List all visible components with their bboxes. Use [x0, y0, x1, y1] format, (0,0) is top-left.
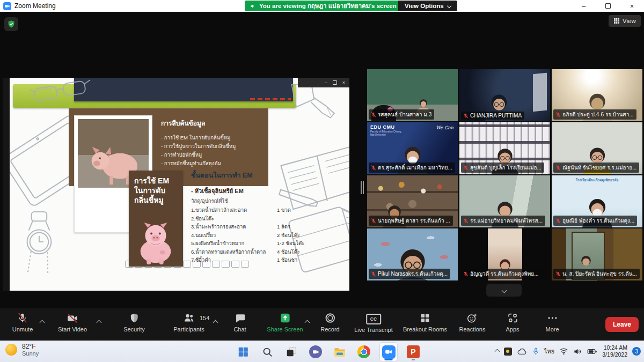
material-row: 1.ขวดน้ำปล่าวล้างสะอาด1 ขวด: [191, 206, 308, 215]
panel-resize-handle[interactable]: [361, 181, 364, 194]
close-button[interactable]: ×: [620, 0, 644, 12]
participant-nametag: Pikul Narasakร.ร.ต้นแก้วผดุ...: [369, 269, 450, 279]
participants-options-caret[interactable]: [214, 317, 217, 327]
participant-tile[interactable]: สุขสันต์ บุญเล็ก โรงเรียนแม่อ...: [459, 122, 550, 174]
apps-icon: [507, 312, 518, 324]
school-logo-text: โรงเรียนต้นแก้วผดุงพิทยาลัย: [552, 178, 642, 183]
share-screen-icon: [279, 312, 291, 324]
shared-window-controls: – ×: [298, 78, 349, 87]
camera-app-tray-icon[interactable]: [504, 348, 512, 356]
more-dots-icon: [546, 312, 558, 324]
em-card-line: กลิ่นขี้หมู: [134, 195, 179, 205]
muted-mic-icon: [555, 218, 561, 224]
reactions-button[interactable]: Reactions: [459, 312, 486, 333]
participant-tile[interactable]: อัญญวดี รร.ต้นแก้วผดุงพิทย...: [459, 228, 550, 280]
system-tray: ไทย 10:24 AM 3/19/2022 3: [495, 341, 641, 362]
search-icon: [262, 346, 273, 358]
minimize-button[interactable]: –: [572, 0, 596, 12]
participant-tile[interactable]: รร.แม่อายวิทยาคม/พิมพ์ไพรส...: [459, 175, 550, 227]
teams-chat-button[interactable]: [307, 343, 324, 361]
participant-nametag: สุขสันต์ บุญเล็ก โรงเรียนแม่อ...: [461, 162, 544, 173]
search-button[interactable]: [259, 343, 276, 361]
screen-share-banner-text: You are viewing กฤษฎา แม่อายวิทยาคม's sc…: [259, 1, 397, 11]
meeting-info-shield-button[interactable]: [4, 17, 18, 31]
microphone-tray-icon[interactable]: [532, 347, 539, 356]
taskbar-app-icons: P: [235, 342, 422, 361]
onedrive-icon[interactable]: [517, 347, 528, 356]
unmute-options-caret[interactable]: [40, 317, 44, 327]
security-button[interactable]: Security: [123, 312, 145, 333]
battery-icon[interactable]: [587, 348, 597, 355]
breakout-rooms-icon: [419, 312, 431, 324]
shared-window-edge: [3, 78, 10, 291]
em-card-line: ในการดับ: [134, 186, 179, 195]
participant-name: ณัฐนันท์ จันไชยยศ ร.ร.แม่อาย...: [562, 164, 636, 172]
participant-tile[interactable]: CHANJIRA PUTTIMA: [459, 69, 550, 121]
search-card-text: การสืบค้นข้อมูล - การใช้ EM ในการดับกลิ่…: [161, 118, 264, 168]
powerpoint-button[interactable]: P: [405, 343, 422, 361]
participant-name: อุษณีย์ ฟ่องคำ รร.ต้นแก้วผดุง...: [562, 217, 634, 225]
start-button[interactable]: [235, 343, 252, 361]
taskbar-clock[interactable]: 10:24 AM 3/19/2022: [602, 344, 627, 358]
participant-nametag: ณัฐนันท์ จันไชยยศ ร.ร.แม่อาย...: [553, 162, 639, 173]
chevron-down-icon: [501, 287, 507, 293]
participant-tile[interactable]: นายฤพสิษฐ์ ตาสา รร.ต้นแก้ว ...: [367, 175, 458, 227]
mic-muted-icon: [17, 312, 28, 324]
weather-condition: Sunny: [22, 350, 39, 357]
tray-expand-chevron[interactable]: [495, 350, 499, 353]
view-options-button[interactable]: View Options: [398, 1, 457, 11]
chat-button[interactable]: Chat: [233, 312, 246, 333]
start-video-button[interactable]: Start Video: [58, 312, 87, 333]
more-button[interactable]: More: [545, 312, 559, 333]
apps-button[interactable]: Apps: [506, 312, 519, 333]
muted-mic-icon: [371, 112, 376, 117]
restore-button[interactable]: [596, 0, 620, 12]
record-button[interactable]: Record: [320, 312, 339, 333]
view-button-label: View: [623, 18, 636, 24]
whiteboard-background: [533, 73, 547, 112]
participant-name: Pikul Narasakร.ร.ต้นแก้วผดุ...: [378, 270, 448, 278]
weather-widget[interactable]: 82°F Sunny: [5, 343, 39, 357]
view-options-label: View Options: [405, 3, 444, 9]
window-titlebar: Zoom Meeting You are viewing กฤษฎา แม่อา…: [0, 0, 644, 12]
muted-mic-icon: [555, 271, 561, 277]
share-options-caret[interactable]: [305, 317, 309, 327]
window-title: Zoom Meeting: [14, 2, 56, 10]
participant-name: รร.แม่อายวิทยาคม/พิมพ์ไพรส...: [470, 217, 543, 225]
video-options-caret[interactable]: [97, 317, 101, 327]
view-layout-button[interactable]: View: [609, 15, 641, 27]
participant-tile[interactable]: Pikul Narasakร.ร.ต้นแก้วผดุ...: [367, 228, 458, 280]
materials-label: วัสดุ/อุปกรณ์ที่ใช้: [191, 197, 308, 205]
zoom-app-button[interactable]: [379, 342, 398, 361]
participants-count: 154: [200, 315, 209, 321]
language-indicator[interactable]: ไทย: [544, 346, 554, 356]
chrome-button[interactable]: [355, 343, 372, 361]
zoom-meeting-window: Zoom Meeting You are viewing กฤษฎา แม่อา…: [0, 0, 644, 362]
participant-tile[interactable]: น. ส. ปิยะรัตน์ อินทะสุข รร.ต้น...: [552, 228, 642, 280]
edu-cmu-sub-text: Faculty of Education Chiang Mai Universi…: [370, 130, 402, 136]
grid-view-icon: [613, 18, 620, 24]
file-explorer-button[interactable]: [331, 343, 348, 361]
wifi-icon[interactable]: [559, 348, 568, 355]
share-screen-button[interactable]: Share Screen: [267, 312, 303, 333]
task-view-button[interactable]: [283, 343, 300, 361]
participant-tile[interactable]: อภิรดี ประตู่ ป.4-6 รร.บ้านศา...: [552, 69, 642, 121]
file-explorer-icon: [333, 345, 346, 358]
participant-tile[interactable]: โรงเรียนต้นแก้วผดุงพิทยาลัย อุษณีย์ ฟ่อง…: [552, 175, 642, 227]
unmute-button[interactable]: Unmute: [12, 312, 33, 333]
notification-badge[interactable]: 3: [632, 347, 641, 356]
breakout-rooms-button[interactable]: Breakout Rooms: [403, 312, 447, 333]
live-transcript-button[interactable]: CC Live Transcript: [354, 312, 393, 333]
participant-tile[interactable]: รสสุคนธ์ บ้านศาลา ม.3: [367, 69, 458, 121]
material-row: 7.ซีอิ้วดำ1 ช้อนชา: [191, 256, 308, 264]
participant-tile[interactable]: ณัฐนันท์ จันไชยยศ ร.ร.แม่อาย...: [552, 122, 642, 174]
participant-tile[interactable]: EDU CMU Faculty of Education Chiang Mai …: [367, 122, 458, 174]
muted-mic-icon: [371, 271, 376, 277]
slide-steps-block: ขั้นตอนในการทำ EM - หัวเชื้อจุลินทรีย์ E…: [191, 170, 308, 264]
em-card-line: การใช้ EM: [134, 176, 179, 186]
shield-icon: [129, 312, 140, 324]
scroll-participants-down-button[interactable]: [486, 284, 522, 297]
volume-icon[interactable]: [573, 348, 582, 356]
leave-button[interactable]: Leave: [605, 317, 639, 332]
watch-sketch: [16, 211, 65, 276]
